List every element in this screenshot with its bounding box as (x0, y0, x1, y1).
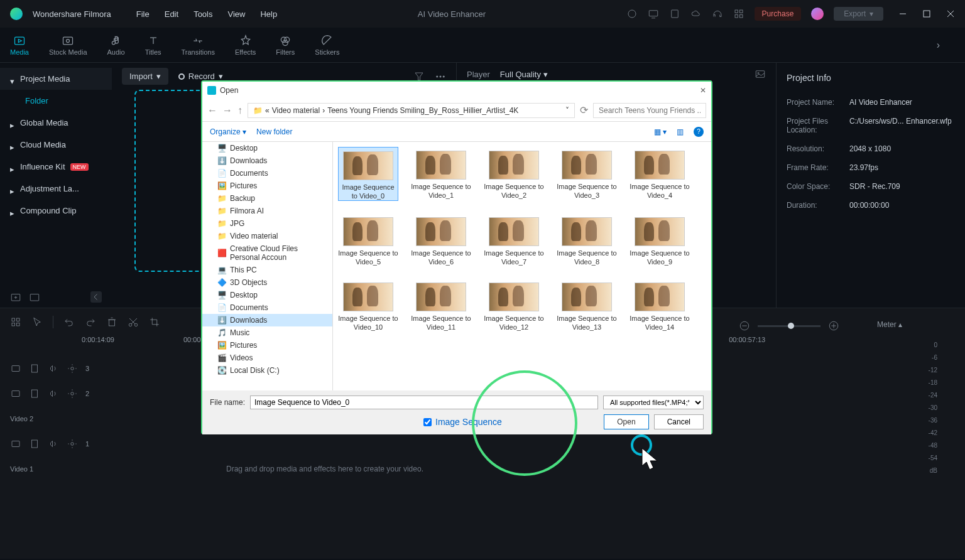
maximize-icon[interactable] (922, 9, 931, 18)
file-item[interactable]: Image Sequence to Video_9 (630, 213, 690, 266)
tree-item-video-material[interactable]: 📁Video material (202, 230, 332, 242)
file-item[interactable]: Image Sequence to Video_0 (338, 147, 398, 201)
cloud-icon[interactable] (690, 8, 702, 19)
tab-stickers[interactable]: Stickers (315, 35, 339, 56)
sidebar-item-global-media[interactable]: ▸Global Media (0, 112, 112, 134)
file-item[interactable]: Image Sequence to Video_4 (630, 147, 690, 201)
tabs-more-icon[interactable]: › (937, 40, 940, 51)
save-icon[interactable] (669, 8, 680, 19)
file-item[interactable]: Image Sequence to Video_10 (338, 279, 398, 331)
filetype-dropdown[interactable]: All supported files(*.MP4;*.FLV;* (603, 396, 704, 409)
image-sequence-checkbox[interactable]: Image Sequence (423, 417, 502, 427)
file-item[interactable]: Image Sequence to Video_5 (338, 213, 398, 266)
open-button[interactable]: Open (604, 414, 648, 429)
tab-transitions[interactable]: Transitions (182, 35, 215, 56)
tab-stock-media[interactable]: Stock Media (49, 35, 87, 56)
purchase-button[interactable]: Purchase (755, 7, 802, 21)
delete-icon[interactable] (106, 316, 117, 328)
minimize-icon[interactable] (898, 9, 907, 18)
nav-forward-icon[interactable]: → (222, 105, 232, 116)
tree-item-creative-cloud-files-personal-accoun[interactable]: 🟥Creative Cloud Files Personal Accoun (202, 242, 332, 264)
sidebar-item-compound-clip[interactable]: ▸Compound Clip (0, 200, 112, 222)
apps-icon[interactable] (733, 8, 744, 19)
tree-item-filmora-ai[interactable]: 📁Filmora AI (202, 205, 332, 217)
crop-icon[interactable] (149, 316, 160, 328)
file-item[interactable]: Image Sequence to Video_6 (411, 213, 471, 266)
sidebar-item-adjustment-la---[interactable]: ▸Adjustment La... (0, 178, 112, 200)
tree-item-pictures[interactable]: 🖼️Pictures (202, 339, 332, 352)
tree-item-pictures[interactable]: 🖼️Pictures (202, 180, 332, 192)
sidebar-item-cloud-media[interactable]: ▸Cloud Media (0, 134, 112, 156)
filename-input[interactable] (250, 396, 598, 409)
tab-audio[interactable]: Audio (107, 35, 125, 56)
help-icon[interactable]: ? (694, 127, 704, 137)
tree-item-jpg[interactable]: 📁JPG (202, 217, 332, 230)
tree-item-documents[interactable]: 📄Documents (202, 167, 332, 180)
sidebar-item-project-media[interactable]: ▾Project Media (0, 68, 112, 90)
folder-add-icon[interactable] (10, 291, 21, 303)
user-avatar-icon[interactable] (811, 8, 824, 20)
grid-icon[interactable] (10, 316, 21, 328)
checkbox-input[interactable] (423, 418, 432, 426)
file-item[interactable]: Image Sequence to Video_13 (557, 279, 617, 331)
export-button[interactable]: Export▾ (834, 7, 883, 21)
tab-effects[interactable]: Effects (235, 35, 256, 56)
zoom-in-icon[interactable] (828, 320, 839, 331)
view-icon[interactable]: ▦ ▾ (654, 127, 667, 136)
search-input[interactable] (593, 103, 706, 118)
record-button[interactable]: Record ▾ (178, 72, 223, 81)
cancel-button[interactable]: Cancel (654, 414, 704, 429)
file-item[interactable]: Image Sequence to Video_14 (630, 279, 690, 331)
new-folder-button[interactable]: New folder (256, 127, 292, 136)
folder-icon[interactable] (29, 291, 40, 303)
sidebar-sub-folder[interactable]: Folder (0, 90, 112, 112)
file-item[interactable]: Image Sequence to Video_11 (411, 279, 471, 331)
import-button[interactable]: Import ▾ (122, 68, 168, 85)
redo-icon[interactable] (85, 316, 96, 328)
collapse-icon[interactable] (90, 291, 102, 303)
file-item[interactable]: Image Sequence to Video_8 (557, 213, 617, 266)
file-item[interactable]: Image Sequence to Video_7 (484, 213, 544, 266)
nav-back-icon[interactable]: ← (207, 105, 217, 116)
headphones-icon[interactable] (712, 8, 723, 19)
file-item[interactable]: Image Sequence to Video_3 (557, 147, 617, 201)
file-item[interactable]: Image Sequence to Video_12 (484, 279, 544, 331)
quality-dropdown[interactable]: Full Quality ▾ (500, 70, 548, 79)
monitor-icon[interactable] (648, 8, 659, 19)
menu-help[interactable]: Help (260, 9, 277, 19)
tree-item-local-disk--c--[interactable]: 💽Local Disk (C:) (202, 364, 332, 377)
menu-file[interactable]: File (136, 9, 150, 19)
breadcrumb[interactable]: 📁 « Video material › Teens Young Friends… (248, 103, 575, 118)
menu-edit[interactable]: Edit (165, 9, 178, 19)
file-item[interactable]: Image Sequence to Video_2 (484, 147, 544, 201)
tree-item-documents[interactable]: 📄Documents (202, 301, 332, 314)
close-icon[interactable] (946, 9, 955, 18)
tree-item-desktop[interactable]: 🖥️Desktop (202, 142, 332, 154)
tree-item-this-pc[interactable]: 💻This PC (202, 264, 332, 276)
preview-icon[interactable]: ▥ (677, 127, 684, 136)
zoom-slider[interactable] (758, 325, 821, 327)
tree-item-backup[interactable]: 📁Backup (202, 192, 332, 205)
file-item[interactable]: Image Sequence to Video_1 (411, 147, 471, 201)
tab-media[interactable]: Media (10, 35, 29, 56)
tree-item-downloads[interactable]: ⬇️Downloads (202, 314, 332, 326)
tree-item-music[interactable]: 🎵Music (202, 326, 332, 339)
menu-tools[interactable]: Tools (194, 9, 212, 19)
undo-icon[interactable] (63, 316, 75, 328)
tree-item-downloads[interactable]: ⬇️Downloads (202, 154, 332, 167)
nav-up-icon[interactable]: ↑ (237, 105, 243, 116)
menu-view[interactable]: View (227, 9, 245, 19)
track-header[interactable]: 1 (10, 431, 965, 456)
tab-titles[interactable]: Titles (145, 35, 161, 56)
circle-icon[interactable] (626, 8, 638, 19)
image-icon[interactable] (755, 68, 766, 80)
tab-filters[interactable]: Filters (276, 35, 295, 56)
organize-dropdown[interactable]: Organize ▾ (210, 127, 246, 136)
zoom-out-icon[interactable] (739, 320, 750, 331)
sidebar-item-influence-kit[interactable]: ▸Influence KitNEW (0, 156, 112, 178)
tree-item-desktop[interactable]: 🖥️Desktop (202, 289, 332, 301)
pointer-icon[interactable] (31, 316, 43, 328)
tree-item-videos[interactable]: 🎬Videos (202, 352, 332, 364)
dialog-close-icon[interactable]: ✕ (700, 86, 706, 95)
tree-item--d-objects[interactable]: 🔷3D Objects (202, 276, 332, 289)
